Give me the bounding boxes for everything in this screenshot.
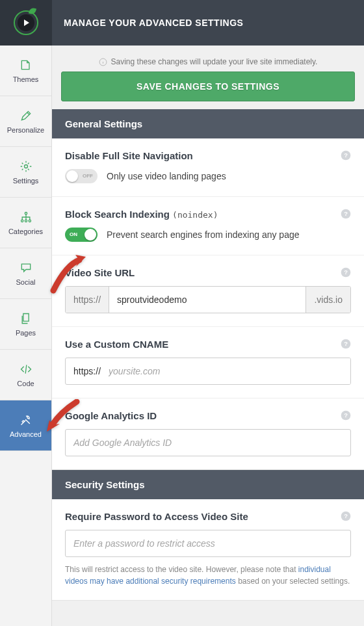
toggle-disable-nav[interactable]: OFF [65,169,98,183]
svg-text:?: ? [344,412,348,419]
annotation-arrow [44,399,83,437]
page-title: MANAGE YOUR ADVANCED SETTINGS [64,18,243,28]
sidebar-item-categories[interactable]: Categories [0,198,51,248]
sidebar: Themes Personalize Settings Categories S… [0,46,52,626]
field-label: Block Search Indexing (noindex) [65,209,351,220]
sidebar-item-code[interactable]: Code [0,350,51,400]
field-label: Disable Full Site Navigation [65,150,351,161]
url-suffix: .vids.io [306,287,350,313]
gear-icon [20,160,32,173]
section-header-general: General Settings [52,109,364,138]
site-url-input[interactable] [109,287,306,313]
svg-text:?: ? [344,269,348,276]
info-icon [99,58,107,66]
field-cname: ? Use a Custom CNAME https:// [52,327,364,398]
field-ga: ? Google Analytics ID [52,398,364,469]
svg-text:?: ? [344,341,348,347]
password-note: This will restrict access to the video s… [65,564,351,587]
sidebar-item-label: Settings [13,177,39,185]
url-prefix: https:// [66,366,101,376]
sidebar-item-label: Pages [16,329,36,337]
toggle-block-indexing[interactable]: ON [65,228,98,242]
toggle-description: Only use video landing pages [107,171,226,181]
top-bar: MANAGE YOUR ADVANCED SETTINGS [0,0,364,46]
svg-text:?: ? [344,152,348,159]
pencil-icon [20,109,32,122]
field-label: Require Password to Access Video Site [65,511,351,522]
sidebar-item-label: Code [17,380,34,387]
field-password: ? Require Password to Access Video Site … [52,499,364,600]
svg-point-1 [25,212,27,214]
svg-text:?: ? [344,211,348,217]
sidebar-item-themes[interactable]: Themes [0,46,51,96]
logo-icon [14,10,38,35]
hierarchy-icon [20,211,32,224]
svg-point-3 [25,220,27,222]
sidebar-item-personalize[interactable]: Personalize [0,96,51,147]
sidebar-item-label: Categories [8,228,43,235]
sidebar-item-label: Advanced [10,430,42,438]
annotation-arrow [47,255,91,296]
sidebar-item-label: Personalize [7,126,44,134]
svg-point-0 [24,164,27,168]
cname-input[interactable] [101,358,350,384]
help-icon[interactable]: ? [341,150,351,161]
sidebar-item-label: Social [16,278,36,286]
sidebar-item-social[interactable]: Social [0,248,51,299]
field-site-url: ? Video Site URL https:// .vids.io [52,255,364,327]
pages-icon [20,312,32,325]
sidebar-item-pages[interactable]: Pages [0,299,51,350]
sidebar-item-label: Themes [13,75,39,83]
toggle-knob [66,170,78,182]
field-label: Google Analytics ID [65,410,351,421]
help-icon[interactable]: ? [341,410,351,421]
toggle-knob [84,229,96,241]
field-label: Video Site URL [65,267,351,278]
ga-input[interactable] [65,429,351,456]
svg-text:?: ? [344,513,348,519]
code-icon [20,363,32,376]
save-notice: Saving these changes will update your li… [61,53,355,72]
themes-icon [20,59,32,72]
chat-icon [20,261,32,274]
field-block-indexing: ? Block Search Indexing (noindex) ON Pre… [52,197,364,255]
main-content: Saving these changes will update your li… [52,46,364,626]
site-url-input-group: https:// .vids.io [65,286,351,313]
section-header-security: Security Settings [52,470,364,499]
logo[interactable] [0,0,52,46]
field-disable-nav: ? Disable Full Site Navigation OFF Only … [52,138,364,197]
tools-icon [20,413,32,426]
help-icon[interactable]: ? [341,511,351,521]
save-button[interactable]: SAVE CHANGES TO SETTINGS [61,72,355,101]
help-icon[interactable]: ? [341,209,351,219]
svg-point-4 [29,220,31,222]
help-icon[interactable]: ? [341,267,351,278]
toggle-description: Prevent search engines from indexing any… [107,229,300,240]
password-input[interactable] [65,530,351,557]
svg-point-2 [21,220,23,222]
field-label: Use a Custom CNAME [65,339,351,350]
help-icon[interactable]: ? [341,339,351,349]
cname-input-group: https:// [65,358,351,385]
sidebar-item-settings[interactable]: Settings [0,147,51,198]
